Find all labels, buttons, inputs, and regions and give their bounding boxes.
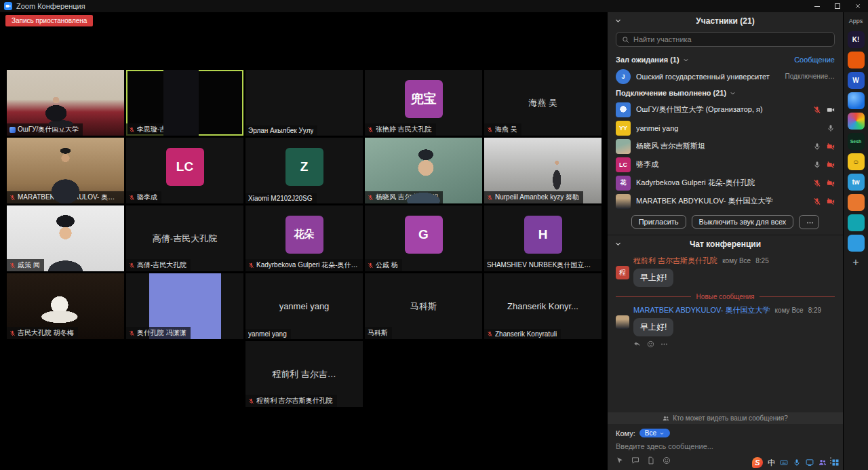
emoji-icon[interactable] bbox=[663, 456, 671, 465]
mic-icon[interactable] bbox=[813, 142, 821, 151]
tile-name-label: 吉民大孔院 胡冬梅 bbox=[7, 327, 78, 339]
avatar: 程 bbox=[616, 266, 629, 279]
teal-app-icon[interactable] bbox=[848, 214, 865, 231]
video-tile[interactable]: G 公戚 杨 bbox=[365, 205, 482, 271]
participant-name: MARATBEK ABDYKULOV- 奥什国立大学 bbox=[636, 196, 808, 206]
video-tile[interactable]: Эрлан Акылбек Уулу bbox=[245, 70, 363, 136]
mic-muted-icon[interactable] bbox=[813, 106, 821, 114]
video-tile[interactable]: 马科斯 马科斯 bbox=[365, 273, 482, 339]
ime-chinese-mode-icon[interactable]: 中 bbox=[768, 458, 775, 468]
chat-message-input[interactable] bbox=[608, 439, 843, 454]
video-tile[interactable]: 程前利 吉尔吉… 程前利 吉尔吉斯奥什孔院 bbox=[245, 341, 363, 407]
participant-search[interactable] bbox=[616, 32, 835, 47]
ime-toolbar[interactable]: S 中 bbox=[752, 457, 840, 468]
mic-icon[interactable] bbox=[827, 124, 835, 132]
message-recipient: кому Все bbox=[722, 257, 751, 265]
blue-sphere-app-icon[interactable] bbox=[848, 92, 865, 109]
message-sender: MARATBEK ABDYKULOV- 奥什国立大学 bbox=[633, 306, 770, 314]
mosaic-app-icon[interactable] bbox=[848, 113, 865, 130]
recipient-selector[interactable]: Все bbox=[639, 429, 670, 437]
video-tile[interactable]: 海燕 吴 海燕 吴 bbox=[484, 70, 601, 136]
mic-muted-icon bbox=[368, 262, 374, 269]
video-tile[interactable]: MARATBEK ABDYKULOV- 奥什国立大学 bbox=[7, 138, 124, 203]
twine-app-icon[interactable]: tw bbox=[848, 174, 865, 191]
video-tile[interactable]: 吉民大孔院 胡冬梅 bbox=[7, 273, 124, 339]
collapse-participants-icon[interactable] bbox=[614, 17, 622, 24]
video-tile[interactable]: 戚策 闻 bbox=[7, 205, 124, 271]
camera-off-icon[interactable] bbox=[827, 142, 835, 151]
video-tile[interactable]: 高倩-吉民大孔院 高倩-吉民大孔院 bbox=[126, 205, 243, 271]
video-tile[interactable]: 杨晓风 吉尔吉斯斯坦 bbox=[365, 138, 482, 203]
chat-privacy-note: Кто может видеть ваши сообщения? bbox=[608, 412, 843, 424]
video-tile[interactable]: H SHAMSHIEV NURBEK奥什国立大学 bbox=[484, 205, 601, 271]
invite-button[interactable]: Пригласить bbox=[631, 215, 686, 229]
emoji-reaction-icon[interactable] bbox=[647, 340, 654, 348]
minimize-button[interactable] bbox=[807, 0, 827, 12]
video-tile-active-speaker[interactable]: 李思璇-吉民大孔院 bbox=[126, 70, 243, 136]
message-time: 8:29 bbox=[808, 307, 821, 314]
comment-icon[interactable] bbox=[631, 456, 639, 465]
smiley-app-icon[interactable]: ☺ bbox=[848, 153, 865, 170]
pointer-icon[interactable] bbox=[616, 456, 624, 465]
tile-name-label: 公戚 杨 bbox=[365, 259, 402, 271]
maximize-button[interactable] bbox=[827, 0, 848, 12]
mic-muted-icon[interactable] bbox=[813, 197, 821, 205]
collapse-chat-icon[interactable] bbox=[614, 240, 622, 248]
participant-row[interactable]: MARATBEK ABDYKULOV- 奥什国立大学 bbox=[608, 192, 843, 210]
tile-name-label: 海燕 吴 bbox=[484, 123, 521, 136]
chat-title: Чат конференции bbox=[690, 239, 761, 249]
kahoot-app-icon[interactable]: K! bbox=[848, 31, 865, 48]
video-tile[interactable]: yanmei yang yanmei yang bbox=[245, 273, 363, 339]
message-more-icon[interactable] bbox=[660, 340, 668, 348]
avatar bbox=[616, 139, 631, 154]
participant-row[interactable]: YY yanmei yang bbox=[608, 119, 843, 137]
participant-row[interactable]: 杨晓风 吉尔吉斯斯坦 bbox=[608, 137, 843, 155]
participants-more-button[interactable] bbox=[799, 215, 819, 229]
mic-muted-icon[interactable] bbox=[813, 179, 821, 187]
camera-on-icon[interactable] bbox=[827, 106, 835, 114]
avatar: H bbox=[524, 216, 562, 254]
add-app-button[interactable]: + bbox=[852, 256, 859, 269]
search-input[interactable] bbox=[633, 35, 829, 43]
sesh-app-icon[interactable]: Sesh bbox=[848, 133, 865, 150]
camera-off-icon[interactable] bbox=[827, 197, 835, 205]
participant-row[interactable]: ОшГУ/奥什国立大学 (Организатор, я) bbox=[608, 100, 843, 119]
mic-icon[interactable] bbox=[813, 161, 821, 169]
w-app-icon[interactable]: W bbox=[848, 72, 865, 89]
recording-paused-badge[interactable]: Запись приостановлена bbox=[5, 15, 93, 26]
camera-off-icon[interactable] bbox=[827, 161, 835, 169]
chat-messages[interactable]: 程 程前利 吉尔吉斯奥什孔院 кому Все 8:25 早上好! Новые … bbox=[608, 253, 843, 412]
people-icon bbox=[663, 415, 669, 422]
participant-row[interactable]: LC 骆李成 bbox=[608, 155, 843, 174]
mute-all-button[interactable]: Выключить звук для всех bbox=[692, 215, 794, 229]
ime-screen-icon[interactable] bbox=[806, 458, 814, 467]
ime-grid-icon[interactable] bbox=[831, 458, 840, 467]
connected-header: Подключение выполнено (21) bbox=[608, 85, 843, 100]
orange-app-icon[interactable] bbox=[848, 52, 865, 68]
close-button[interactable] bbox=[848, 0, 868, 12]
avatar: 花 bbox=[616, 176, 631, 191]
new-messages-divider: Новые сообщения bbox=[616, 293, 835, 300]
video-tile[interactable]: Nurpeiil Amanbek kyzy 努勒 bbox=[484, 138, 601, 203]
ime-mic-icon[interactable] bbox=[793, 458, 801, 467]
video-tile[interactable]: Zhanserik Konyr... Zhanserik Konyratuli bbox=[484, 273, 601, 339]
video-tile[interactable]: 兜宝 张艳婷 吉民大孔院 bbox=[365, 70, 482, 136]
file-icon[interactable] bbox=[647, 456, 655, 465]
reply-icon[interactable] bbox=[633, 340, 641, 348]
blue-app-icon[interactable] bbox=[848, 235, 865, 252]
sogou-icon[interactable]: S bbox=[752, 457, 763, 468]
waiting-participant-row[interactable]: J Ошский государственный университет Под… bbox=[608, 67, 843, 85]
message-link[interactable]: Сообщение bbox=[794, 56, 835, 64]
chevron-down-icon[interactable] bbox=[730, 90, 736, 96]
participant-row[interactable]: 花 Kadyrbekova Gulperi 花朵-奥什孔院 bbox=[608, 174, 843, 192]
video-tile[interactable]: 奥什孔院 冯潇潇 bbox=[126, 273, 243, 339]
camera-off-icon[interactable] bbox=[827, 179, 835, 187]
video-tile[interactable]: ОшГУ/奥什国立大学 bbox=[7, 70, 124, 136]
ime-keyboard-icon[interactable] bbox=[780, 458, 788, 467]
video-tile[interactable]: 花朵 Kadyrbekova Gulperi 花朵-奥什孔院 bbox=[245, 205, 363, 271]
video-tile[interactable]: LC 骆李成 bbox=[126, 138, 243, 203]
ime-people-icon[interactable] bbox=[818, 458, 827, 467]
chevron-down-icon[interactable] bbox=[683, 57, 689, 63]
video-tile[interactable]: Z Xiaomi M2102J20SG bbox=[245, 138, 363, 203]
orange-grid-app-icon[interactable] bbox=[848, 194, 865, 211]
